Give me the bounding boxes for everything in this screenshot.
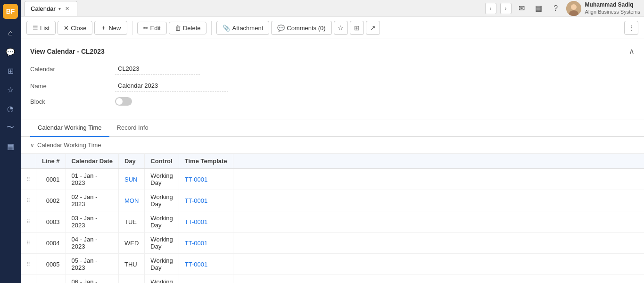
tab-close-icon[interactable]: ✕: [64, 5, 71, 12]
cell-template[interactable]: TT-0001: [179, 211, 233, 233]
comments-label: Comments (0): [287, 25, 325, 32]
edit-buttons: ✏ Edit 🗑 Delete: [137, 22, 207, 34]
cell-day: THU: [119, 254, 145, 275]
working-time-table: Line # Calendar Date Day Control Time Te…: [21, 154, 644, 283]
delete-button[interactable]: 🗑 Delete: [169, 22, 207, 34]
section-collapse-icon: ∨: [30, 142, 34, 149]
cell-date: 02 - Jan - 2023: [66, 190, 118, 211]
stats-icon[interactable]: ▦: [532, 2, 545, 15]
sidebar-icon-chat[interactable]: 💬: [2, 43, 19, 60]
content-area: ☰ List ✕ Close ＋ New ✏ Edit: [21, 17, 644, 283]
table-row[interactable]: ⠿ 0003 03 - Jan - 2023 TUE Working Day T…: [21, 211, 644, 233]
sidebar-icon-chart[interactable]: ▦: [2, 138, 19, 155]
attachment-button[interactable]: 📎 Attachment: [216, 21, 269, 35]
user-info: Muhammad Sadiq Align Business Systems: [566, 1, 640, 16]
user-name: Muhammad Sadiq: [585, 1, 640, 9]
copy-button[interactable]: ⊞: [350, 21, 364, 35]
cell-extra: [233, 275, 644, 283]
top-bar: Calendar ▾ ✕ ‹ › ✉ ▦ ? Muhammad Sadiq: [21, 0, 644, 17]
sidebar-icon-home[interactable]: ⌂: [2, 25, 19, 42]
svg-point-1: [571, 4, 577, 10]
cell-template[interactable]: TT-0001: [179, 169, 233, 190]
table-row[interactable]: ⠿ 0006 06 - Jan - 2023 FRI Working Day T…: [21, 275, 644, 283]
tab-navigation: Calendar Working Time Record Info: [21, 119, 644, 137]
th-date: Calendar Date: [66, 154, 118, 169]
cell-control: Working Day: [145, 211, 179, 233]
cell-line: 0005: [36, 254, 66, 275]
row-handle: ⠿: [21, 254, 36, 275]
sidebar-icon-activity[interactable]: 〜: [2, 119, 19, 136]
form-header: View Calendar - CL2023 ∧: [30, 47, 635, 56]
more-options-button[interactable]: ⋮: [624, 21, 638, 35]
block-toggle[interactable]: [115, 97, 132, 106]
table-header: Line # Calendar Date Day Control Time Te…: [21, 154, 644, 169]
table-wrapper: Line # Calendar Date Day Control Time Te…: [21, 154, 644, 283]
sidebar-icon-star[interactable]: ☆: [2, 81, 19, 98]
nav-prev-button[interactable]: ‹: [485, 3, 496, 14]
name-input[interactable]: [115, 80, 228, 92]
extra-buttons: 📎 Attachment 💬 Comments (0) ☆ ⊞ ↗: [216, 21, 380, 35]
sidebar-icon-clock[interactable]: ◔: [2, 100, 19, 117]
sidebar-icon-grid[interactable]: ⊞: [2, 62, 19, 79]
cell-control: Working Day: [145, 190, 179, 211]
new-button[interactable]: ＋ New: [94, 21, 127, 35]
cell-template[interactable]: TT-0001: [179, 190, 233, 211]
attachment-label: Attachment: [232, 25, 263, 32]
table-section-header[interactable]: ∨ Calendar Working Time: [21, 137, 644, 154]
table-row[interactable]: ⠿ 0004 04 - Jan - 2023 WED Working Day T…: [21, 233, 644, 254]
close-button[interactable]: ✕ Close: [58, 21, 92, 35]
toggle-knob: [116, 98, 123, 105]
block-label: Block: [30, 98, 115, 105]
mail-icon[interactable]: ✉: [515, 2, 528, 15]
attachment-icon: 📎: [223, 25, 230, 32]
th-extra: [233, 154, 644, 169]
tab-record-info[interactable]: Record Info: [109, 119, 156, 137]
nav-next-button[interactable]: ›: [500, 3, 512, 14]
row-handle: ⠿: [21, 169, 36, 190]
calendar-input[interactable]: [115, 63, 200, 75]
cell-date: 04 - Jan - 2023: [66, 233, 118, 254]
cell-day: TUE: [119, 211, 145, 233]
cell-date: 03 - Jan - 2023: [66, 211, 118, 233]
comments-icon: 💬: [277, 25, 285, 32]
cell-extra: [233, 233, 644, 254]
separator-1: [132, 21, 132, 35]
cell-date: 01 - Jan - 2023: [66, 169, 118, 190]
list-label: List: [40, 25, 50, 32]
cell-extra: [233, 169, 644, 190]
list-button[interactable]: ☰ List: [26, 21, 56, 35]
cell-line: 0003: [36, 211, 66, 233]
share-button[interactable]: ↗: [366, 21, 380, 35]
list-icon: ☰: [33, 25, 38, 32]
cell-day: SUN: [119, 169, 145, 190]
table-row[interactable]: ⠿ 0001 01 - Jan - 2023 SUN Working Day T…: [21, 169, 644, 190]
th-handle: [21, 154, 36, 169]
app-logo[interactable]: BF: [3, 4, 18, 19]
comments-button[interactable]: 💬 Comments (0): [271, 21, 331, 35]
table-body: ⠿ 0001 01 - Jan - 2023 SUN Working Day T…: [21, 169, 644, 283]
cell-template[interactable]: TT-0001: [179, 233, 233, 254]
edit-button[interactable]: ✏ Edit: [137, 22, 167, 34]
cell-control: Working Day: [145, 169, 179, 190]
collapse-icon[interactable]: ∧: [629, 47, 635, 56]
cell-line: 0002: [36, 190, 66, 211]
sidebar: BF ⌂ 💬 ⊞ ☆ ◔ 〜 ▦: [0, 0, 21, 283]
action-bar: ☰ List ✕ Close ＋ New ✏ Edit: [21, 17, 644, 39]
table-row[interactable]: ⠿ 0002 02 - Jan - 2023 MON Working Day T…: [21, 190, 644, 211]
cell-day: FRI: [119, 275, 145, 283]
delete-icon: 🗑: [175, 25, 181, 32]
cell-line: 0004: [36, 233, 66, 254]
help-icon[interactable]: ?: [549, 2, 562, 15]
calendar-tab[interactable]: Calendar ▾ ✕: [25, 1, 77, 16]
cell-template[interactable]: TT-0001: [179, 275, 233, 283]
separator-2: [211, 21, 212, 35]
table-section: ∨ Calendar Working Time Line # Calendar …: [21, 137, 644, 283]
cell-date: 06 - Jan - 2023: [66, 275, 118, 283]
table-row[interactable]: ⠿ 0005 05 - Jan - 2023 THU Working Day T…: [21, 254, 644, 275]
cell-date: 05 - Jan - 2023: [66, 254, 118, 275]
cell-template[interactable]: TT-0001: [179, 254, 233, 275]
bookmark-button[interactable]: ☆: [334, 21, 348, 35]
row-handle: ⠿: [21, 190, 36, 211]
tab-dropdown-icon[interactable]: ▾: [58, 6, 61, 11]
tab-calendar-working-time[interactable]: Calendar Working Time: [30, 119, 109, 137]
